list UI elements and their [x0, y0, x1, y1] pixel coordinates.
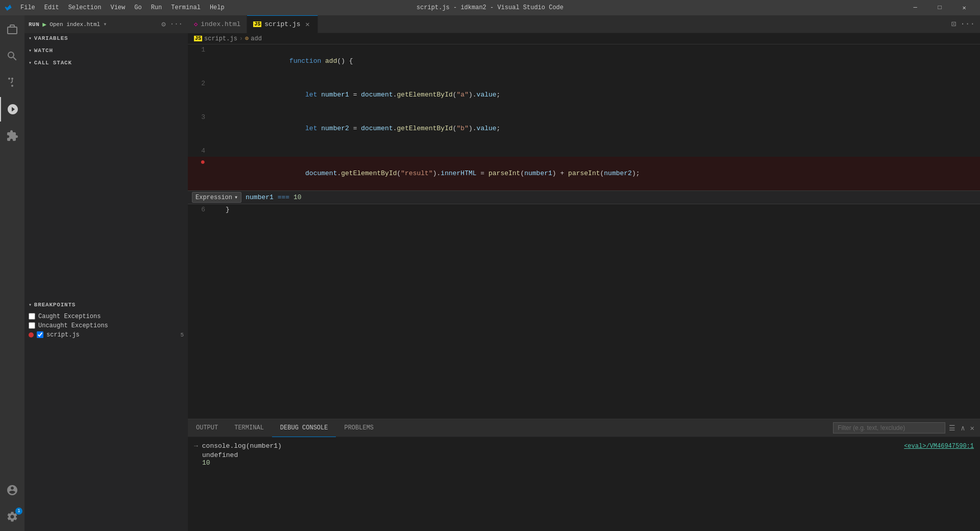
gutter-3 [213, 112, 222, 146]
vscode-logo-icon [4, 4, 12, 12]
panel-wrap-icon[interactable]: ☰ [947, 422, 957, 434]
breadcrumb-js-icon: JS [194, 36, 202, 41]
menu-go[interactable]: Go [130, 3, 145, 12]
line-number-6: 6 [188, 204, 213, 215]
breakpoints-section-header[interactable]: ▾ BREAKPOINTS [24, 300, 188, 310]
console-arrow-icon: → [194, 441, 198, 451]
expression-type-dropdown[interactable]: Expression ▾ [192, 192, 241, 203]
menu-edit[interactable]: Edit [40, 3, 63, 12]
console-number-text: 10 [202, 459, 210, 467]
line-content-4[interactable] [222, 146, 980, 157]
activity-search[interactable] [0, 44, 24, 68]
panel-collapse-icon[interactable]: ∧ [959, 422, 966, 434]
more-actions-icon[interactable]: ··· [169, 19, 184, 30]
script-js-breakpoint-checkbox[interactable] [37, 331, 43, 338]
line-content-2[interactable]: let number1 = document.getElementById("a… [222, 78, 980, 112]
line-content-5[interactable]: document.getElementById("result").innerH… [222, 157, 980, 190]
console-input-text: console.log(number1) [202, 441, 282, 451]
panel-tab-output[interactable]: OUTPUT [188, 419, 226, 437]
close-button[interactable]: ✕ [952, 0, 976, 15]
activity-bar: 1 [0, 15, 24, 531]
gutter-2 [213, 78, 222, 112]
activity-explorer[interactable] [0, 17, 24, 42]
expression-op: === [278, 194, 293, 201]
activity-source-control[interactable] [0, 70, 24, 95]
breakpoints-content: Caught Exceptions Uncaught Exceptions sc… [24, 310, 188, 532]
menu-run[interactable]: Run [147, 3, 166, 12]
watch-section-header[interactable]: ▾ WATCH [24, 45, 188, 56]
tab-index-html[interactable]: ◇ index.html [188, 15, 247, 33]
line-number-1: 1 [188, 44, 213, 78]
run-debug-icon [7, 103, 19, 115]
gutter-1 [213, 44, 222, 78]
breadcrumb-symbol[interactable]: add [251, 35, 262, 42]
callstack-section: ▾ CALL STACK [24, 58, 188, 68]
line-number-4: 4 [188, 146, 213, 157]
account-icon [6, 484, 18, 496]
sidebar: RUN ▶ Open index.html ▾ ⚙ ··· ▾ VARIABLE… [24, 15, 188, 531]
code-line-2: 2 let number1 = document.getElementById(… [188, 78, 980, 112]
activity-account[interactable] [0, 478, 24, 502]
minimize-button[interactable]: ─ [903, 0, 927, 15]
run-play-button[interactable]: ▶ [42, 20, 46, 29]
tab-close-button[interactable]: ✕ [303, 20, 311, 29]
code-line-1: 1 function add() { [188, 44, 980, 78]
breadcrumb-sep-icon: › [239, 35, 243, 42]
panel: OUTPUT TERMINAL DEBUG CONSOLE PROBLEMS ☰… [188, 419, 980, 531]
activity-settings[interactable]: 1 [0, 504, 24, 529]
menu-selection[interactable]: Selection [64, 3, 106, 12]
panel-content: → console.log(number1) <eval>/VM46947590… [188, 437, 980, 531]
open-config-chevron[interactable]: ▾ [103, 20, 107, 28]
breakpoint-script-js: script.js 5 [29, 330, 184, 340]
expression-type-label: Expression [195, 194, 232, 201]
line-content-3[interactable]: let number2 = document.getElementById("b… [222, 112, 980, 146]
panel-tab-debug-console[interactable]: DEBUG CONSOLE [272, 419, 336, 437]
panel-close-icon[interactable]: ✕ [969, 422, 976, 434]
tab-actions: ⊡ ··· [950, 18, 980, 30]
maximize-button[interactable]: □ [928, 0, 951, 15]
uncaught-exceptions-label: Uncaught Exceptions [38, 322, 108, 329]
tab-script-js[interactable]: JS script.js ✕ [247, 15, 318, 33]
panel-tab-terminal[interactable]: TERMINAL [226, 419, 272, 437]
activity-run-debug[interactable] [0, 97, 24, 122]
open-config-label[interactable]: Open index.html [50, 21, 100, 28]
sidebar-run-left: RUN ▶ Open index.html ▾ [29, 20, 107, 29]
code-table: 1 function add() { 2 let number1 = d [188, 44, 980, 190]
expression-num: 10 [293, 194, 302, 201]
filter-input[interactable] [833, 422, 945, 433]
console-output-undefined: undefined [202, 451, 974, 459]
settings-gear-icon[interactable]: ⚙ [160, 19, 166, 30]
breakpoint-uncaught-exceptions: Uncaught Exceptions [29, 321, 184, 330]
window-title: script.js - idkman2 - Visual Studio Code [416, 4, 564, 11]
menu-terminal[interactable]: Terminal [167, 3, 205, 12]
console-output-number: 10 [202, 459, 974, 467]
activity-extensions[interactable] [0, 124, 24, 148]
expression-dropdown-chevron-icon: ▾ [234, 194, 238, 201]
variables-section-header[interactable]: ▾ VARIABLES [24, 33, 188, 43]
line-content-1[interactable]: function add() { [222, 44, 980, 78]
caught-exceptions-checkbox[interactable] [29, 313, 35, 320]
breakpoint-indicator-icon: ● [200, 158, 205, 167]
more-tabs-button[interactable]: ··· [959, 18, 976, 30]
panel-tab-problems[interactable]: PROBLEMS [336, 419, 382, 437]
extensions-icon [6, 130, 18, 142]
breakpoints-chevron-icon: ▾ [29, 302, 32, 308]
split-editor-button[interactable]: ⊡ [950, 18, 958, 30]
callstack-chevron-icon: ▾ [29, 60, 32, 66]
gutter-5 [213, 157, 222, 190]
code-line-5: ● document.getElementById("result").inne… [188, 157, 980, 190]
breadcrumb-file[interactable]: script.js [204, 35, 237, 42]
uncaught-exceptions-checkbox[interactable] [29, 322, 35, 329]
source-control-icon [6, 77, 18, 89]
line-content-6[interactable]: } [222, 204, 980, 215]
callstack-section-header[interactable]: ▾ CALL STACK [24, 58, 188, 68]
code-area[interactable]: 1 function add() { 2 let number1 = d [188, 44, 980, 419]
gutter-4 [213, 146, 222, 157]
menu-help[interactable]: Help [206, 3, 229, 12]
code-line-3: 3 let number2 = document.getElementById(… [188, 112, 980, 146]
console-eval-link[interactable]: <eval>/VM46947590:1 [904, 441, 974, 451]
menu-file[interactable]: File [16, 3, 39, 12]
menu-view[interactable]: View [106, 3, 129, 12]
panel-tabs: OUTPUT TERMINAL DEBUG CONSOLE PROBLEMS ☰… [188, 419, 980, 437]
title-bar-left: File Edit Selection View Go Run Terminal… [4, 3, 229, 12]
